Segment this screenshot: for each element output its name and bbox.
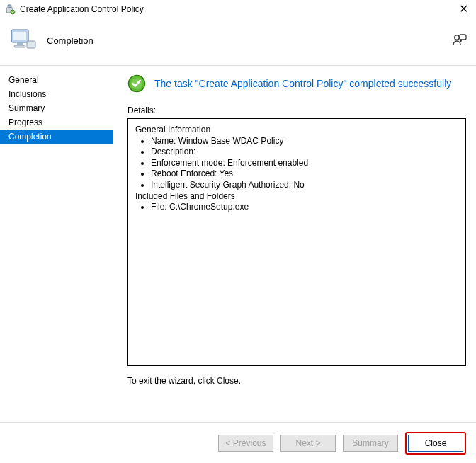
- wizard-header: Completion: [0, 18, 476, 66]
- wizard-header-icon: [8, 25, 38, 55]
- wizard-content: The task "Create Application Control Pol…: [113, 66, 476, 423]
- window-title: Create Application Control Policy: [20, 4, 455, 14]
- details-item: Name: Window Base WDAC Policy: [151, 136, 458, 147]
- app-icon: [4, 4, 16, 15]
- status-text: The task "Create Application Control Pol…: [154, 78, 451, 89]
- sidebar-item-inclusions[interactable]: Inclusions: [0, 87, 113, 101]
- summary-button: Summary: [343, 435, 398, 452]
- wizard-body: General Inclusions Summary Progress Comp…: [0, 66, 476, 423]
- details-section-title: Included Files and Folders: [135, 191, 458, 202]
- svg-rect-9: [460, 35, 466, 40]
- title-bar: Create Application Control Policy ✕: [0, 0, 476, 18]
- details-item: File: C:\ChromeSetup.exe: [151, 202, 458, 213]
- sidebar-item-summary[interactable]: Summary: [0, 101, 113, 115]
- details-label: Details:: [128, 105, 466, 115]
- exit-hint: To exit the wizard, click Close.: [128, 376, 466, 386]
- svg-rect-6: [14, 45, 26, 47]
- sidebar-item-progress[interactable]: Progress: [0, 115, 113, 130]
- details-section-list: Name: Window Base WDAC Policy Descriptio…: [135, 136, 458, 191]
- details-section-list: File: C:\ChromeSetup.exe: [135, 202, 458, 213]
- details-item: Enforcement mode: Enforcement enabled: [151, 158, 458, 169]
- feedback-icon[interactable]: [452, 33, 468, 48]
- svg-rect-4: [13, 32, 26, 40]
- window-close-button[interactable]: ✕: [455, 4, 472, 15]
- svg-rect-1: [8, 5, 11, 8]
- details-box: General Information Name: Window Base WD…: [128, 118, 466, 366]
- sidebar-item-general[interactable]: General: [0, 73, 113, 87]
- status-row: The task "Create Application Control Pol…: [128, 74, 466, 93]
- page-title: Completion: [47, 35, 452, 46]
- close-button-highlight: Close: [405, 432, 466, 455]
- svg-rect-5: [17, 42, 23, 45]
- details-item: Reboot Enforced: Yes: [151, 168, 458, 180]
- details-item: Intelligent Security Graph Authorized: N…: [151, 180, 458, 191]
- svg-point-8: [455, 35, 459, 40]
- wizard-footer: < Previous Next > Summary Close: [0, 422, 476, 463]
- sidebar-item-completion[interactable]: Completion: [0, 130, 113, 144]
- wizard-steps-sidebar: General Inclusions Summary Progress Comp…: [0, 66, 113, 423]
- close-button[interactable]: Close: [408, 435, 463, 452]
- next-button: Next >: [280, 435, 336, 452]
- details-item: Description:: [151, 147, 458, 158]
- details-section-title: General Information: [135, 125, 458, 136]
- success-icon: [128, 74, 146, 93]
- previous-button: < Previous: [218, 435, 273, 452]
- svg-rect-7: [27, 41, 35, 48]
